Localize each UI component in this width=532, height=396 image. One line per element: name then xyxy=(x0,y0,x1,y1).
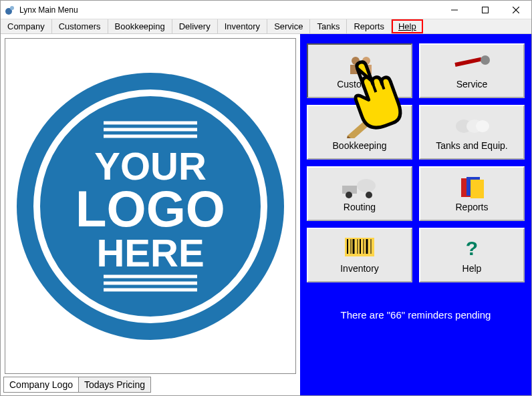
menu-customers[interactable]: Customers xyxy=(52,19,108,33)
customers-label: Customers xyxy=(337,79,382,89)
right-pane: Customers Service Bookkeeping xyxy=(300,34,531,395)
service-label: Service xyxy=(456,79,488,89)
barcode-icon xyxy=(345,236,374,262)
bookkeeping-label: Bookkeeping xyxy=(333,140,387,151)
tab-company-logo[interactable]: Company Logo xyxy=(3,377,79,393)
svg-rect-36 xyxy=(471,180,484,198)
reports-button[interactable]: Reports xyxy=(419,166,525,221)
reminder-text: There are "66" reminders pending xyxy=(307,309,525,321)
svg-point-21 xyxy=(362,57,370,65)
help-label: Help xyxy=(462,263,482,274)
menu-service[interactable]: Service xyxy=(267,19,310,33)
svg-text:LOGO: LOGO xyxy=(76,180,225,237)
inventory-label: Inventory xyxy=(340,263,379,274)
svg-point-32 xyxy=(346,192,352,198)
ledger-icon xyxy=(345,114,374,139)
svg-point-24 xyxy=(481,55,490,65)
help-button[interactable]: ? Help xyxy=(419,228,525,282)
files-icon xyxy=(458,175,485,200)
svg-text:HERE: HERE xyxy=(96,231,204,274)
menu-help[interactable]: Help xyxy=(392,19,423,33)
svg-point-19 xyxy=(352,57,360,65)
window-controls xyxy=(439,1,531,19)
truck-icon xyxy=(340,175,380,200)
bookkeeping-button[interactable]: Bookkeeping xyxy=(307,105,412,160)
svg-rect-22 xyxy=(361,65,372,74)
tanks-button[interactable]: Tanks and Equip. xyxy=(419,105,525,160)
app-icon xyxy=(5,5,15,15)
content-area: YOUR LOGO HERE Company Logo Todays Prici… xyxy=(1,34,531,395)
left-pane: YOUR LOGO HERE Company Logo Todays Prici… xyxy=(1,34,300,395)
menu-tanks[interactable]: Tanks xyxy=(310,19,347,33)
left-tabs: Company Logo Todays Pricing xyxy=(3,377,300,393)
menu-delivery[interactable]: Delivery xyxy=(172,19,218,33)
svg-rect-20 xyxy=(350,65,361,74)
tab-todays-pricing[interactable]: Todays Pricing xyxy=(78,377,151,393)
maximize-button[interactable] xyxy=(470,1,501,19)
titlebar: Lynx Main Menu xyxy=(1,1,531,19)
service-button[interactable]: Service xyxy=(419,43,525,98)
tanks-icon xyxy=(454,114,489,139)
menu-reports[interactable]: Reports xyxy=(347,19,392,33)
routing-button[interactable]: Routing xyxy=(307,166,412,221)
svg-point-1 xyxy=(10,6,14,10)
people-icon xyxy=(344,52,376,77)
inventory-button[interactable]: Inventory xyxy=(307,228,412,282)
window-title: Lynx Main Menu xyxy=(19,5,78,15)
routing-label: Routing xyxy=(344,202,376,212)
svg-rect-23 xyxy=(454,57,481,67)
svg-point-31 xyxy=(357,179,376,192)
question-icon: ? xyxy=(462,236,482,262)
close-button[interactable] xyxy=(501,1,531,19)
company-logo-display: YOUR LOGO HERE xyxy=(5,38,296,374)
app-window: Lynx Main Menu Company Customers Bookkee… xyxy=(0,0,532,396)
menu-inventory[interactable]: Inventory xyxy=(218,19,267,33)
wrench-icon xyxy=(452,52,492,77)
menu-company[interactable]: Company xyxy=(1,19,52,33)
svg-text:?: ? xyxy=(466,238,478,259)
tanks-label: Tanks and Equip. xyxy=(436,140,507,151)
minimize-button[interactable] xyxy=(439,1,470,19)
svg-rect-3 xyxy=(483,7,489,13)
svg-point-29 xyxy=(476,120,489,132)
svg-point-33 xyxy=(366,192,372,198)
menubar: Company Customers Bookkeeping Delivery I… xyxy=(1,19,531,34)
svg-marker-25 xyxy=(348,117,374,138)
logo-placeholder-icon: YOUR LOGO HERE xyxy=(10,66,291,347)
button-grid: Customers Service Bookkeeping xyxy=(307,43,525,282)
reports-label: Reports xyxy=(455,202,488,212)
menu-bookkeeping[interactable]: Bookkeeping xyxy=(108,19,172,33)
customers-button[interactable]: Customers xyxy=(307,43,412,98)
